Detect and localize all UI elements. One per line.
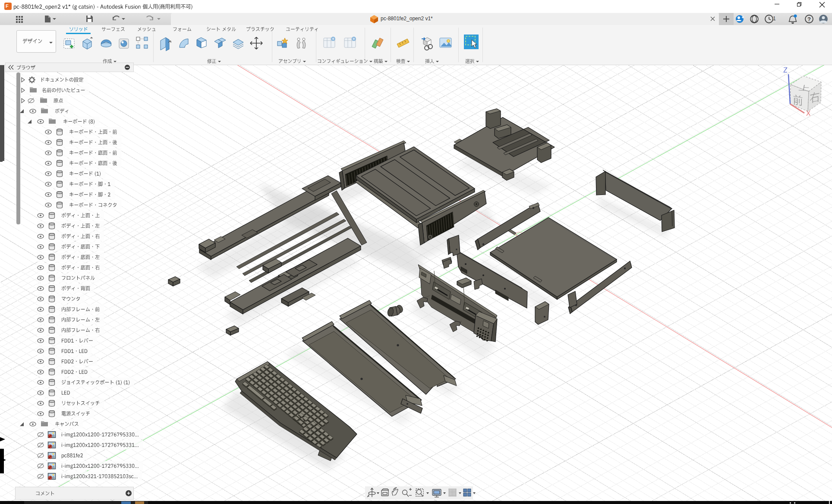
svg-text:?: ? bbox=[807, 16, 811, 22]
